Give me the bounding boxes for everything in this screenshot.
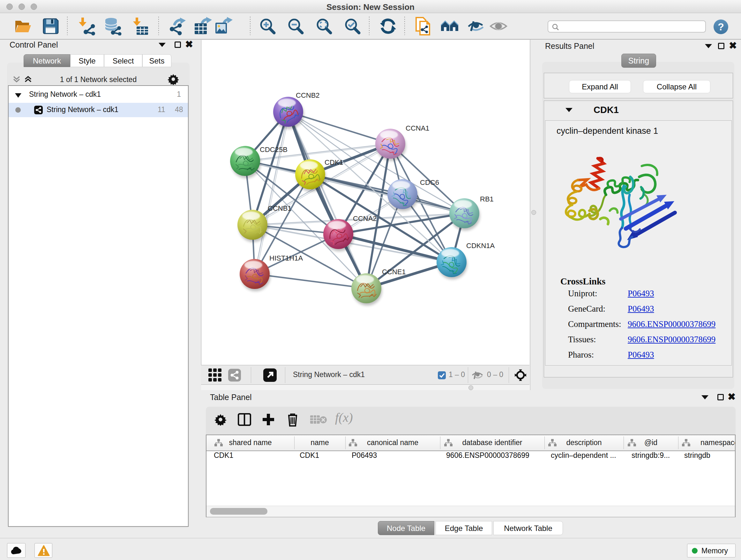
svg-text:CDC6: CDC6 <box>420 179 439 186</box>
svg-text:CCNB2: CCNB2 <box>296 91 320 99</box>
svg-text:CCNB1: CCNB1 <box>268 204 292 212</box>
svg-text:HIST1H1A: HIST1H1A <box>269 254 303 262</box>
svg-text:RB1: RB1 <box>480 195 494 203</box>
svg-text:CDK1: CDK1 <box>325 159 343 166</box>
svg-text:CCNA1: CCNA1 <box>406 124 429 132</box>
svg-text:CCNE1: CCNE1 <box>382 268 406 276</box>
svg-text:CDC25B: CDC25B <box>260 145 287 153</box>
svg-text:CCNA2: CCNA2 <box>353 214 377 223</box>
svg-text:CDKN1A: CDKN1A <box>466 242 495 250</box>
